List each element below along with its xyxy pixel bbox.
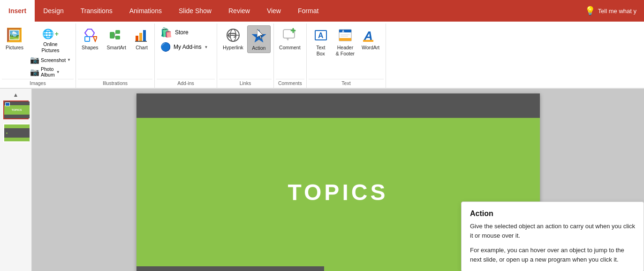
svg-line-7 — [114, 35, 115, 38]
smartart-icon — [109, 27, 123, 44]
svg-marker-16 — [252, 30, 266, 42]
tooltip-paragraph-2: For example, you can hover over an objec… — [470, 246, 635, 264]
images-group-items: 🖼️ Pictures 🌐 + OnlinePictures 📷 Screens… — [2, 23, 74, 79]
my-addins-icon: 🔵 — [160, 42, 171, 52]
header-footer-button[interactable]: A Header& Footer — [333, 25, 357, 58]
tab-slideshow[interactable]: Slide Show — [170, 0, 220, 22]
slide-indicator — [5, 102, 10, 106]
svg-marker-2 — [93, 37, 97, 41]
tooltip-body: Give the selected object an action to ca… — [470, 222, 635, 264]
screenshot-label: Screenshot — [41, 57, 66, 63]
comments-group-label: Comments — [276, 79, 304, 88]
scroll-up-button[interactable]: ▲ — [0, 91, 31, 99]
tooltip-title: Action — [470, 209, 635, 218]
textbox-button[interactable]: A TextBox — [310, 25, 332, 58]
lightbulb-icon: 💡 — [585, 6, 595, 16]
screenshot-caret: ▼ — [67, 58, 71, 62]
photo-album-icon: 📷 — [30, 68, 39, 77]
svg-text:A: A — [342, 30, 344, 33]
comment-icon — [282, 27, 297, 44]
svg-rect-5 — [115, 36, 120, 39]
slide-thumb-1[interactable]: TOPICS — [3, 101, 29, 119]
screenshot-button[interactable]: 📷 Screenshot ▼ — [28, 55, 73, 65]
store-label: Store — [175, 29, 189, 36]
screenshot-icon: 📷 — [30, 55, 39, 64]
chart-button[interactable]: Chart — [132, 25, 152, 52]
svg-rect-1 — [85, 37, 90, 41]
textbox-icon: A — [313, 27, 328, 44]
online-pictures-icon: 🌐 — [42, 28, 54, 39]
slide-title: TOPICS — [288, 179, 388, 205]
slide-view: TOPICS About Adworks Action Give the sel… — [32, 89, 644, 271]
tab-transitions[interactable]: Transitions — [72, 0, 121, 22]
illustrations-group-items: Shapes SmartArt — [78, 23, 152, 79]
text-group: A TextBox A Header& Footer — [307, 23, 386, 88]
tab-view[interactable]: View — [258, 0, 289, 22]
svg-marker-0 — [85, 29, 94, 37]
hyperlink-label: Hyperlink — [223, 45, 243, 51]
chart-label: Chart — [136, 45, 148, 51]
wordart-label: WordArt — [362, 45, 379, 51]
textbox-label: TextBox — [316, 45, 325, 56]
hyperlink-button[interactable]: Hyperlink — [220, 25, 246, 52]
svg-rect-30 — [363, 40, 373, 42]
photo-album-button[interactable]: 📷 PhotoAlbum ▼ — [28, 66, 73, 78]
tab-insert[interactable]: Insert — [0, 0, 35, 22]
illustrations-group: Shapes SmartArt — [76, 23, 155, 88]
addins-group-label: Add-ins — [157, 79, 215, 88]
comments-group-items: Comment — [276, 23, 304, 79]
tooltip-paragraph-1: Give the selected object an action to ca… — [470, 222, 635, 240]
svg-marker-18 — [286, 38, 289, 41]
text-group-label: Text — [309, 79, 384, 88]
tab-animations[interactable]: Animations — [121, 0, 170, 22]
tab-review[interactable]: Review — [220, 0, 258, 22]
svg-rect-10 — [143, 30, 146, 41]
smartart-button[interactable]: SmartArt — [104, 25, 129, 52]
shapes-button[interactable]: Shapes — [79, 25, 101, 52]
wordart-button[interactable]: A WordArt — [358, 25, 383, 52]
slide-top-bar — [136, 93, 540, 118]
wordart-icon: A — [363, 27, 378, 44]
addins-group-items: 🛍️ Store 🔵 My Add-ins ▼ — [157, 23, 215, 79]
plus-icon: + — [55, 30, 59, 38]
scroll-up-icon: ▲ — [13, 92, 19, 98]
pictures-button[interactable]: 🖼️ Pictures — [3, 25, 26, 52]
svg-rect-24 — [339, 30, 351, 32]
photo-album-label: PhotoAlbum — [41, 66, 55, 77]
photo-album-caret: ▼ — [56, 70, 60, 74]
tab-design[interactable]: Design — [35, 0, 72, 22]
hyperlink-icon — [226, 27, 241, 44]
main-area: ▲ TOPICS — [0, 89, 644, 271]
ribbon-content: 🖼️ Pictures 🌐 + OnlinePictures 📷 Screens… — [0, 22, 644, 89]
smartart-label: SmartArt — [107, 45, 126, 51]
action-icon — [251, 27, 266, 44]
search-box[interactable]: 💡 Tell me what y — [575, 0, 644, 22]
slide-panel: ▲ TOPICS — [0, 89, 32, 271]
store-icon: 🛍️ — [160, 27, 172, 38]
ribbon-tab-bar: Insert Design Transitions Animations Sli… — [0, 0, 644, 22]
images-group-label: Images — [2, 79, 74, 88]
svg-text:A: A — [318, 31, 324, 39]
pictures-icon: 🖼️ — [6, 27, 23, 44]
store-button[interactable]: 🛍️ Store — [158, 25, 214, 39]
header-footer-label: Header& Footer — [336, 45, 355, 56]
svg-rect-26 — [339, 38, 351, 41]
shapes-label: Shapes — [82, 45, 98, 51]
pictures-label: Pictures — [6, 45, 23, 51]
svg-rect-3 — [110, 32, 114, 39]
online-pictures-button[interactable]: 🌐 + OnlinePictures — [28, 27, 73, 54]
action-button[interactable]: Action — [247, 25, 271, 53]
comments-group: Comment Comments — [274, 23, 307, 88]
comment-label: Comment — [279, 45, 301, 51]
slide-thumb-2[interactable] — [3, 124, 29, 142]
tab-format[interactable]: Format — [289, 0, 327, 22]
search-label: Tell me what y — [598, 8, 636, 15]
links-group-label: Links — [219, 79, 272, 88]
shapes-icon — [83, 27, 97, 44]
comment-button[interactable]: Comment — [277, 25, 303, 52]
my-addins-caret: ▼ — [204, 45, 208, 49]
action-label: Action — [252, 45, 265, 51]
links-group: Hyperlink Action Links — [217, 23, 274, 88]
my-addins-button[interactable]: 🔵 My Add-ins ▼ — [158, 40, 214, 54]
svg-line-6 — [114, 33, 115, 35]
